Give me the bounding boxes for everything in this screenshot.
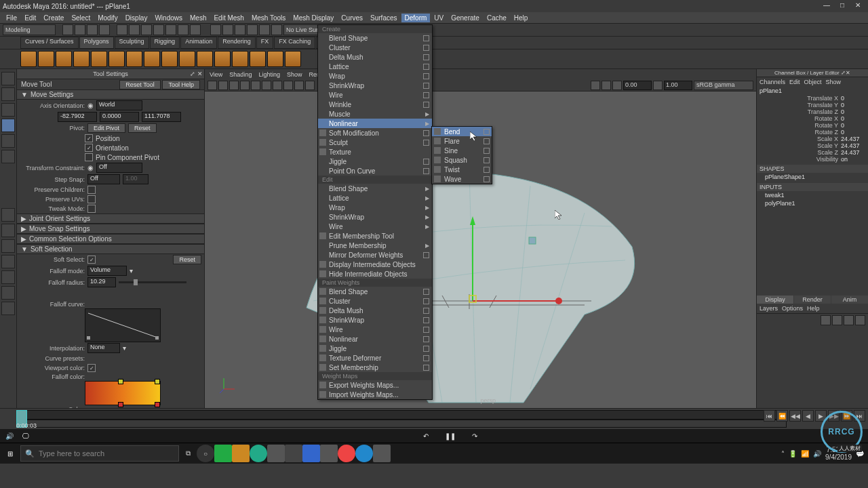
app-icon[interactable] [338,445,355,462]
option-box-icon[interactable] [423,140,429,146]
layers-help[interactable]: Help [807,305,820,312]
dropdown-icon[interactable]: ▾ [130,267,133,274]
toolbar-icon[interactable] [62,24,73,35]
app-icon[interactable] [232,445,250,462]
tab-show[interactable]: Show [826,79,842,85]
menu-item-wrap[interactable]: Wrap [318,71,432,81]
option-box-icon[interactable] [423,73,429,79]
shelf-tab[interactable]: Animation [180,37,217,49]
playback-button[interactable]: ⏮ [764,410,775,422]
shelf-icon[interactable] [20,51,37,67]
menu-item-wrinkle[interactable]: Wrinkle [318,100,432,109]
rotate-tool-icon[interactable] [1,134,15,148]
toolbar-icon[interactable] [178,24,189,35]
submenu-item-wave[interactable]: Wave [432,174,492,184]
section-common-selection[interactable]: Common Selection Options [29,235,112,243]
preset-icon[interactable] [158,354,166,363]
menu-surfaces[interactable]: Surfaces [367,14,400,22]
option-box-icon[interactable] [423,298,429,304]
vp-menu-show[interactable]: Show [285,71,304,78]
mode-dropdown[interactable]: Modeling [3,24,56,35]
option-box-icon[interactable] [484,138,490,144]
taskbar-search[interactable]: 🔍Type here to search [20,445,179,462]
menu-item-wire[interactable]: Wire▶ [318,222,432,231]
vp-icon[interactable] [229,81,239,90]
option-box-icon[interactable] [423,346,429,352]
vp-menu-shading[interactable]: Shading [227,71,254,78]
app-icon[interactable] [373,445,391,462]
toolbar-icon[interactable] [165,24,176,35]
menu-item-nonlinear[interactable]: Nonlinear [318,334,432,344]
menu-uv[interactable]: UV [431,14,447,22]
layout-icon[interactable] [1,255,15,268]
vp-icon[interactable] [218,81,228,90]
soft-select-checkbox[interactable]: ✓ [87,256,96,264]
tab-edit[interactable]: Edit [789,79,800,85]
attr-value[interactable]: 0 [841,129,865,136]
layers-menu[interactable]: Layers [760,305,778,312]
tray-chevron-icon[interactable]: ˄ [781,450,785,458]
section-soft-selection[interactable]: Soft Selection [31,245,73,253]
app-icon[interactable] [214,445,232,462]
radio-icon[interactable]: ◉ [87,102,94,109]
menu-item-jiggle[interactable]: Jiggle [318,344,432,353]
attr-value[interactable]: 0 [841,102,865,108]
option-box-icon[interactable] [423,327,429,333]
option-box-icon[interactable] [423,64,429,70]
option-box-icon[interactable] [423,355,429,361]
menu-curves[interactable]: Curves [338,14,366,22]
disclosure-icon[interactable]: ▶ [21,225,26,232]
start-button[interactable]: ⊞ [0,443,20,464]
menu-item-muscle[interactable]: Muscle▶ [318,109,432,119]
select-tool-icon[interactable] [1,72,15,85]
vp-menu-view[interactable]: View [208,71,224,78]
toolbar-icon[interactable] [190,24,201,35]
input-item[interactable]: polyPlane1 [757,199,868,207]
layout-icon[interactable] [1,239,15,253]
option-box-icon[interactable] [423,336,429,342]
preset-icon[interactable] [96,354,104,363]
time-ruler[interactable] [16,410,787,420]
maximize-button[interactable]: □ [835,0,850,9]
layer-tab-anim[interactable]: Anim [831,296,868,304]
option-box-icon[interactable] [423,83,429,89]
toolbar-icon[interactable] [141,24,152,35]
falloff-radius-value[interactable]: 10.29 [87,277,116,287]
menu-item-set-membership[interactable]: Set Membership [318,363,432,372]
playback-button[interactable]: ◀◀ [789,410,801,422]
transform-constraint-value[interactable]: Off [96,163,142,173]
option-box-icon[interactable] [423,130,429,136]
vp-icon[interactable] [612,81,622,90]
menu-deform[interactable]: Deform [401,14,431,22]
option-box-icon[interactable] [484,167,490,173]
cortana-icon[interactable]: ○ [197,445,214,462]
shelf-icon[interactable] [38,51,54,67]
reset-tool-button[interactable]: Reset Tool [119,80,160,89]
shelf-icon[interactable] [285,51,301,67]
menu-item-texture[interactable]: Texture [318,147,432,157]
option-box-icon[interactable] [423,102,429,108]
menu-item-jiggle[interactable]: Jiggle [318,157,432,166]
menu-item-wire[interactable]: Wire [318,325,432,334]
shelf-icon[interactable] [161,51,178,67]
menu-select[interactable]: Select [68,14,94,22]
falloff-radius-slider[interactable] [119,281,186,283]
disclosure-icon[interactable]: ▼ [21,91,28,98]
option-box-icon[interactable] [484,157,490,163]
vp-menu-lighting[interactable]: Lighting [256,71,282,78]
shelf-icon[interactable] [267,51,283,67]
edit-pivot-button[interactable]: Edit Pivot [87,123,125,133]
shelf-tab[interactable]: FX [256,37,274,49]
menu-mesh-tools[interactable]: Mesh Tools [248,14,289,22]
tool-help-button[interactable]: Tool Help [162,80,200,89]
menu-item-lattice[interactable]: Lattice▶ [318,193,432,203]
option-box-icon[interactable] [423,35,429,41]
app-icon[interactable] [320,445,338,462]
layers-options[interactable]: Options [782,305,803,312]
menu-cache[interactable]: Cache [484,14,510,22]
layout-four-icon[interactable] [1,224,15,237]
attr-value[interactable]: 24.437 [841,149,865,156]
radio-icon[interactable]: ◉ [87,164,94,171]
attr-value[interactable]: 24.437 [841,136,865,142]
menu-windows[interactable]: Windows [151,14,186,22]
